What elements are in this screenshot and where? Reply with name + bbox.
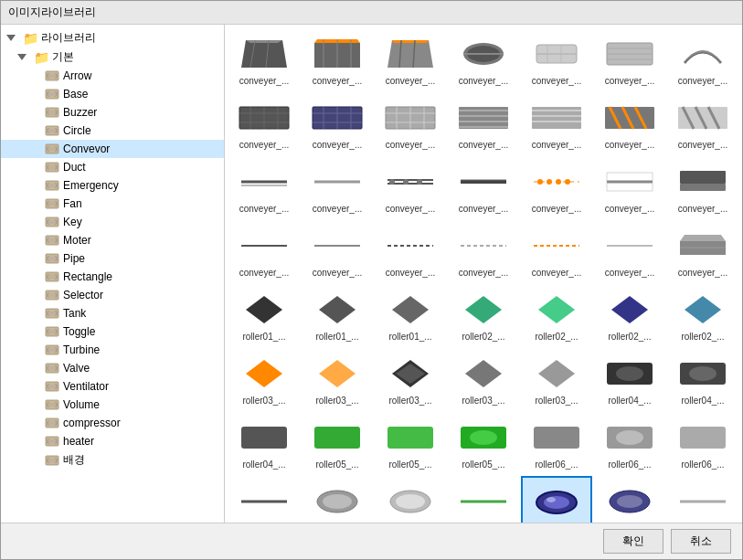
sidebar-item-duct[interactable]: Duct [1, 158, 224, 176]
grid-item-51[interactable]: roller07_... [375, 476, 446, 523]
grid-item-7[interactable]: conveyer_... [228, 92, 300, 154]
grid-item-43[interactable]: roller05_... [302, 412, 373, 474]
grid-item-25[interactable]: conveyer_... [521, 220, 592, 282]
grid-item-33[interactable]: roller02_... [594, 284, 665, 346]
grid-item-29[interactable]: roller01_... [302, 284, 373, 346]
svg-marker-177 [392, 296, 429, 323]
grid-item-39[interactable]: roller03_... [521, 348, 592, 410]
sidebar-item-selector[interactable]: Selector [1, 286, 224, 304]
grid-item-21[interactable]: conveyer_... [228, 220, 300, 282]
sidebar-label-base: Base [63, 88, 88, 100]
grid-item-46[interactable]: roller06_... [521, 412, 592, 474]
grid-item-37[interactable]: roller03_... [375, 348, 446, 410]
svg-point-154 [417, 179, 422, 185]
grid-item-45[interactable]: roller05_... [448, 412, 519, 474]
grid-item-2[interactable]: conveyer_... [375, 28, 446, 90]
grid-item-6[interactable]: conveyer_... [667, 28, 738, 90]
grid-item-22[interactable]: conveyer_... [302, 220, 373, 282]
sidebar-item-key[interactable]: Key [1, 213, 224, 231]
grid-item-4[interactable]: conveyer_... [521, 28, 592, 90]
sidebar-item-turbine[interactable]: Turbine [1, 341, 224, 359]
grid-item-20[interactable]: conveyer_... [667, 156, 738, 218]
grid-item-9[interactable]: conveyer_... [375, 92, 446, 154]
grid-thumb-27 [675, 225, 730, 266]
grid-item-38[interactable]: roller03_... [448, 348, 519, 410]
tree-group[interactable]: 📁 기본 [1, 48, 224, 67]
sidebar-item-volume[interactable]: Volume [1, 396, 224, 414]
grid-item-50[interactable]: roller07_... [302, 476, 373, 523]
grid-item-28[interactable]: roller01_... [228, 284, 300, 346]
grid-item-34[interactable]: roller02_... [667, 284, 738, 346]
grid-item-17[interactable]: conveyer_... [448, 156, 519, 218]
grid-item-1[interactable]: conveyer_... [302, 28, 373, 90]
confirm-button[interactable]: 확인 [603, 529, 663, 554]
sidebar-item-pipe[interactable]: Pipe [1, 249, 224, 268]
svg-marker-180 [611, 296, 648, 323]
grid-item-15[interactable]: conveyer_... [302, 156, 373, 218]
grid-item-14[interactable]: conveyer_... [228, 156, 300, 218]
svg-marker-179 [538, 296, 575, 323]
sidebar-item-compressor[interactable]: compressor [1, 414, 224, 432]
grid-item-49[interactable]: roller07_... [228, 476, 300, 523]
sidebar-item-valve[interactable]: Valve [1, 359, 224, 377]
grid-item-13[interactable]: conveyer_... [667, 92, 738, 154]
grid-label-34: roller02_... [681, 332, 724, 342]
grid-item-10[interactable]: conveyer_... [448, 92, 519, 154]
tree-root[interactable]: 📁 라이브러리 [1, 28, 224, 48]
sidebar-item-toggle[interactable]: Toggle [1, 322, 224, 341]
grid-item-31[interactable]: roller02_... [448, 284, 519, 346]
sidebar-item-ventilator[interactable]: Ventilator [1, 377, 224, 396]
grid-item-32[interactable]: roller02_... [521, 284, 592, 346]
sidebar-item-moter[interactable]: Moter [1, 231, 224, 249]
grid-item-42[interactable]: roller04_... [228, 412, 300, 474]
grid-item-26[interactable]: conveyer_... [594, 220, 665, 282]
item-spacer [27, 306, 41, 321]
sidebar-item-tank[interactable]: Tank [1, 304, 224, 322]
sidebar-item-emergency[interactable]: Emergency [1, 176, 224, 195]
grid-item-40[interactable]: roller04_... [594, 348, 665, 410]
grid-thumb-11 [529, 97, 584, 138]
grid-item-16[interactable]: conveyer_... [375, 156, 446, 218]
grid-item-23[interactable]: conveyer_... [375, 220, 446, 282]
grid-item-5[interactable]: conveyer_... [594, 28, 665, 90]
grid-thumb-43 [310, 417, 365, 458]
sidebar-item-circle[interactable]: Circle [1, 122, 224, 140]
grid-item-54[interactable]: roller08_... [594, 476, 665, 523]
sidebar-item-conveyor[interactable]: Convevor [1, 140, 224, 158]
svg-marker-183 [319, 360, 356, 387]
grid-item-55[interactable]: roller09_... [667, 476, 738, 523]
sidebar-item-fan[interactable]: Fan [1, 195, 224, 213]
grid-thumb-46 [529, 417, 584, 458]
grid-item-0[interactable]: conveyer_... [228, 28, 300, 90]
item-icon-background [45, 453, 59, 468]
grid-item-48[interactable]: roller06_... [667, 412, 738, 474]
grid-thumb-48 [675, 417, 730, 458]
grid-item-44[interactable]: roller05_... [375, 412, 446, 474]
svg-marker-89 [246, 40, 282, 43]
sidebar-label-toggle: Toggle [63, 325, 95, 338]
grid-item-41[interactable]: roller04_... [667, 348, 738, 410]
cancel-button[interactable]: 취소 [671, 529, 731, 554]
sidebar-item-base[interactable]: Base [1, 85, 224, 103]
sidebar-item-rectangle[interactable]: Rectangle [1, 268, 224, 286]
grid-item-24[interactable]: conveyer_... [448, 220, 519, 282]
grid-thumb-14 [237, 161, 292, 202]
grid-item-30[interactable]: roller01_... [375, 284, 446, 346]
svg-rect-165 [680, 184, 726, 191]
grid-item-8[interactable]: conveyer_... [302, 92, 373, 154]
grid-item-12[interactable]: conveyer_... [594, 92, 665, 154]
sidebar-item-arrow[interactable]: Arrow [1, 67, 224, 85]
grid-item-11[interactable]: conveyer_... [521, 92, 592, 154]
grid-item-53[interactable]: roller08_... [521, 476, 592, 523]
sidebar-item-background[interactable]: 배경 [1, 450, 224, 470]
sidebar-item-buzzer[interactable]: Buzzer [1, 103, 224, 122]
grid-item-35[interactable]: roller03_... [228, 348, 300, 410]
grid-item-36[interactable]: roller03_... [302, 348, 373, 410]
grid-item-3[interactable]: conveyer_... [448, 28, 519, 90]
grid-item-47[interactable]: roller06_... [594, 412, 665, 474]
grid-item-52[interactable]: roller08_... [448, 476, 519, 523]
grid-item-18[interactable]: conveyer_... [521, 156, 592, 218]
grid-item-27[interactable]: conveyer_... [667, 220, 738, 282]
grid-item-19[interactable]: conveyer_... [594, 156, 665, 218]
sidebar-item-heater[interactable]: heater [1, 432, 224, 450]
